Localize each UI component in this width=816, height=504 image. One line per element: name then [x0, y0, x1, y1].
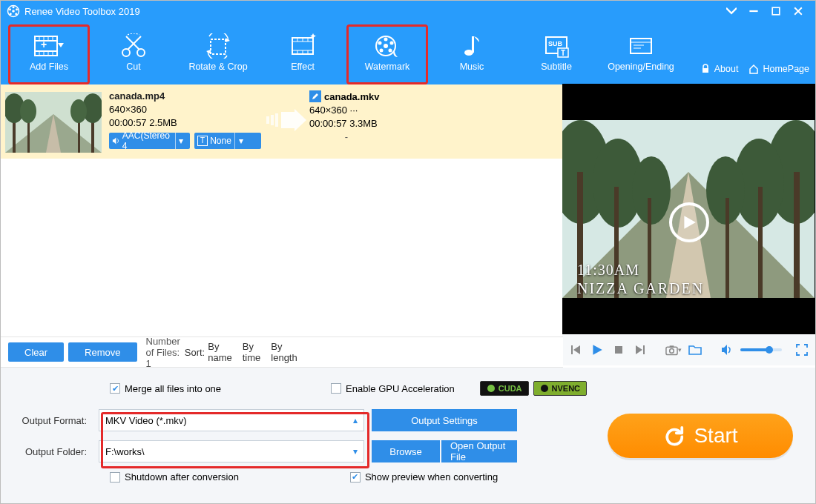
player-controls: ▾: [562, 334, 815, 365]
output-format-value: MKV Video (*.mkv): [105, 415, 187, 426]
preview-panel: 11:30AM NIZZA GARDEN ▾: [562, 84, 815, 412]
shutdown-label: Shutdown after conversion: [125, 471, 239, 483]
file-row[interactable]: canada.mp4 640×360 00:00:57 2.5MB AAC(St…: [1, 84, 563, 159]
svg-rect-85: [571, 345, 573, 354]
svg-point-66: [70, 99, 87, 123]
output-folder-label: Output Folder:: [10, 446, 91, 457]
toolbar-watermark[interactable]: Watermark: [346, 24, 428, 84]
homepage-link[interactable]: HomePage: [748, 64, 809, 74]
dropdown-icon[interactable]: [720, 4, 743, 19]
open-folder-button[interactable]: [688, 342, 703, 358]
play-button[interactable]: [590, 342, 605, 358]
sort-label: Sort:: [185, 347, 205, 358]
input-dimensions: 640×360: [109, 104, 261, 115]
start-button[interactable]: Start: [608, 414, 793, 458]
close-icon[interactable]: [787, 4, 809, 19]
file-count-label: Number of Files: 1: [146, 336, 180, 369]
minimize-icon[interactable]: [743, 4, 765, 19]
svg-rect-68: [271, 115, 274, 125]
output-format-select[interactable]: MKV Video (*.mkv) ▴: [99, 409, 364, 431]
svg-line-26: [126, 36, 139, 50]
checkbox-icon: [110, 472, 120, 483]
checkbox-icon: [331, 383, 341, 394]
svg-point-6: [9, 8, 11, 10]
maximize-icon[interactable]: [765, 4, 787, 19]
svg-point-4: [15, 13, 17, 15]
watermark-icon: [372, 33, 402, 59]
svg-text:T: T: [561, 49, 565, 57]
add-files-icon: +: [33, 33, 65, 59]
volume-slider[interactable]: [740, 348, 783, 351]
sort-by-time[interactable]: By time: [243, 341, 261, 363]
gpu-accel-checkbox[interactable]: Enable GPU Acceleration: [331, 383, 455, 394]
audio-track-pill[interactable]: AAC(Stereo 4 ▾: [109, 133, 190, 149]
output-duration-size: 00:00:57 3.3MB: [309, 118, 495, 129]
sort-by-length[interactable]: By length: [271, 341, 297, 363]
toolbar-subtitle[interactable]: SUBT Subtitle: [516, 24, 597, 84]
volume-button[interactable]: [719, 342, 734, 358]
toolbar-add-files[interactable]: + Add Files: [8, 24, 90, 84]
list-actions-bar: Clear Remove Number of Files: 1 Sort: By…: [1, 336, 563, 368]
svg-point-43: [380, 48, 384, 52]
svg-point-91: [487, 385, 495, 392]
svg-point-40: [384, 37, 388, 41]
fullscreen-button[interactable]: [794, 342, 809, 358]
edit-icon[interactable]: [309, 90, 321, 102]
open-output-file-button[interactable]: Open Output File: [441, 440, 517, 462]
clear-button[interactable]: Clear: [8, 342, 64, 362]
sort-by-name[interactable]: By name: [208, 341, 232, 363]
svg-point-62: [20, 99, 36, 123]
home-icon: [748, 64, 759, 74]
output-folder-select[interactable]: F:\works\ ▾: [99, 440, 364, 462]
toolbar-rotate-crop[interactable]: Rotate & Crop: [177, 24, 259, 84]
checkbox-icon: [110, 383, 120, 394]
play-overlay-button[interactable]: [669, 202, 709, 242]
svg-text:SUB: SUB: [548, 40, 563, 47]
svg-rect-90: [669, 345, 674, 348]
subtitle-icon: SUBT: [542, 33, 571, 59]
preview-caption-time: 11:30AM: [577, 262, 639, 279]
toolbar-label: Effect: [291, 62, 315, 72]
opening-ending-icon: [626, 33, 656, 59]
svg-point-39: [384, 44, 388, 48]
remove-button[interactable]: Remove: [68, 342, 136, 362]
next-button[interactable]: [632, 342, 648, 358]
audio-track-label: AAC(Stereo 4: [122, 130, 172, 151]
output-settings-button[interactable]: Output Settings: [372, 409, 517, 431]
rotate-crop-icon: [203, 33, 233, 59]
svg-rect-67: [266, 116, 269, 124]
svg-point-5: [10, 13, 12, 15]
show-preview-checkbox[interactable]: Show preview when converting: [350, 471, 498, 483]
browse-button[interactable]: Browse: [372, 440, 440, 462]
video-preview[interactable]: 11:30AM NIZZA GARDEN: [562, 84, 815, 334]
header-links: About HomePage: [700, 24, 809, 84]
merge-files-checkbox[interactable]: Merge all files into one: [110, 383, 221, 394]
output-format-label: Output Format:: [10, 415, 91, 426]
svg-rect-46: [472, 36, 474, 53]
toolbar-opening-ending[interactable]: Opening/Ending: [600, 24, 682, 84]
svg-rect-27: [211, 39, 226, 54]
stop-button[interactable]: [611, 342, 627, 358]
refresh-icon: [662, 425, 685, 447]
toolbar-label: Subtitle: [541, 62, 572, 72]
toolbar-effect[interactable]: ✦ Effect: [262, 24, 343, 84]
shutdown-checkbox[interactable]: Shutdown after conversion: [110, 471, 239, 483]
output-file-meta: canada.mkv 640×360 ··· 00:00:57 3.3MB -: [309, 90, 495, 142]
toolbar-cut[interactable]: Cut: [93, 24, 174, 84]
svg-point-2: [13, 6, 15, 8]
show-preview-label: Show preview when converting: [365, 471, 498, 483]
homepage-label: HomePage: [763, 64, 809, 74]
toolbar-music[interactable]: Music: [431, 24, 513, 84]
svg-point-92: [541, 385, 548, 392]
svg-point-1: [12, 10, 15, 13]
svg-point-42: [389, 48, 392, 52]
prev-button[interactable]: [568, 342, 584, 358]
snapshot-button[interactable]: ▾: [665, 342, 682, 358]
checkbox-icon: [350, 472, 361, 483]
app-title: Renee Video Toolbox 2019: [24, 6, 140, 17]
chevron-up-icon: ▴: [353, 415, 358, 425]
input-filename: canada.mp4: [109, 90, 261, 102]
about-link[interactable]: About: [700, 64, 739, 74]
subtitle-track-pill[interactable]: T None ▾: [194, 133, 261, 149]
svg-text:✦: ✦: [309, 33, 317, 42]
